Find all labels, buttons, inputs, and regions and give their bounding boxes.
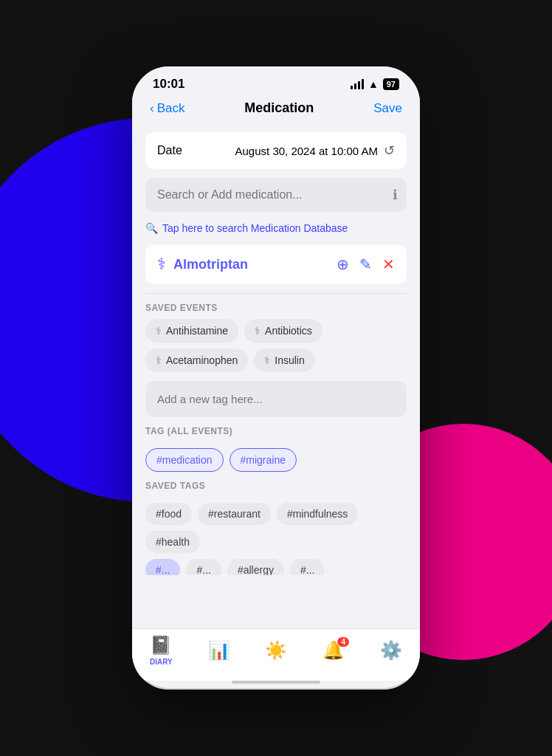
medication-left: ⚕ Almotriptan [157,255,248,274]
tab-settings[interactable]: ⚙️ [380,640,402,661]
wifi-icon: ▲ [368,78,379,90]
saved-tag-extra2[interactable]: #... [186,559,221,575]
saved-tag-health[interactable]: #health [145,531,200,553]
tags-section-title: TAG (ALL EVENTS) [145,426,407,436]
save-button[interactable]: Save [373,101,402,116]
chip-insulin[interactable]: ⚕ Insulin [254,348,314,372]
status-bar: 10:01 ▲ 97 [132,66,420,96]
gear-icon: ⚙️ [380,640,402,661]
active-tag-migraine[interactable]: #migraine [230,448,297,472]
saved-events-section: SAVED EVENTS ⚕ Antihistamine ⚕ Antibioti… [145,303,407,372]
tab-diary[interactable]: 📓 DIARY [150,635,173,666]
medication-icon: ⚕ [157,255,166,274]
tab-bar: 📓 DIARY 📊 ☀️ 🔔 4 ⚙️ [132,628,420,681]
search-row: ℹ [145,178,407,212]
saved-events-title: SAVED EVENTS [145,303,407,313]
battery-indicator: 97 [383,78,399,90]
saved-tag-extra3[interactable]: #allergy [227,559,284,575]
date-label: Date [157,144,182,157]
date-row: Date August 30, 2024 at 10:00 AM ↺ [145,132,407,169]
tab-diary-label: DIARY [150,658,173,666]
diary-icon: 📓 [150,635,172,656]
stats-icon: 📊 [208,640,230,661]
tab-stats[interactable]: 📊 [208,640,230,661]
signal-icon [351,79,364,89]
add-dose-button[interactable]: ⊕ [337,255,349,273]
delete-medication-button[interactable]: ✕ [382,255,395,273]
nav-bar: ‹ Back Medication Save [132,96,420,123]
medication-actions: ⊕ ✎ ✕ [337,255,395,273]
status-icons: ▲ 97 [351,78,399,90]
saved-tag-extra4[interactable]: #... [290,559,325,575]
saved-tag-food[interactable]: #food [145,503,192,525]
refresh-icon[interactable]: ↺ [384,142,395,159]
info-icon: ℹ [393,187,398,203]
tab-wellness[interactable]: ☀️ [265,640,287,661]
chip-icon: ⚕ [156,325,162,337]
date-value-group: August 30, 2024 at 10:00 AM ↺ [235,142,395,159]
chip-icon: ⚕ [264,354,270,366]
chip-acetaminophen[interactable]: ⚕ Acetaminophen [145,348,248,372]
active-tag-medication[interactable]: #medication [145,448,224,472]
background: 10:01 ▲ 97 ‹ Back Medication S [0,0,552,756]
more-tags-row: #... #... #allergy #... [145,559,407,575]
phone-frame: 10:01 ▲ 97 ‹ Back Medication S [132,66,420,690]
chip-antihistamine[interactable]: ⚕ Antihistamine [145,319,238,343]
content-area: Date August 30, 2024 at 10:00 AM ↺ ℹ 🔍 T… [132,123,420,628]
sun-icon: ☀️ [265,640,287,661]
db-search-label: Tap here to search Medication Database [162,222,348,234]
chip-label: Antihistamine [166,325,228,337]
tags-section: TAG (ALL EVENTS) #medication #migraine S… [145,426,407,575]
home-indicator [232,681,320,684]
saved-tags-title: SAVED TAGS [145,481,407,491]
active-tags-row: #medication #migraine [145,448,407,472]
tag-input[interactable] [145,381,407,417]
saved-tag-mindfulness[interactable]: #mindfulness [277,503,359,525]
chip-label: Insulin [275,354,304,366]
saved-tags-row: #food #restaurant #mindfulness #health [145,503,407,553]
search-icon: 🔍 [145,222,158,234]
date-value-text: August 30, 2024 at 10:00 AM [235,145,378,157]
medication-item: ⚕ Almotriptan ⊕ ✎ ✕ [145,244,407,284]
saved-events-chips: ⚕ Antihistamine ⚕ Antibiotics ⚕ Acetamin… [145,319,407,372]
chevron-left-icon: ‹ [150,101,154,116]
chip-label: Acetaminophen [166,354,238,366]
back-button[interactable]: ‹ Back [150,101,184,116]
chip-icon: ⚕ [156,354,162,366]
edit-medication-button[interactable]: ✎ [359,255,372,273]
status-time: 10:01 [153,77,184,92]
chip-antibiotics[interactable]: ⚕ Antibiotics [244,319,322,343]
db-search-link[interactable]: 🔍 Tap here to search Medication Database [145,221,407,236]
page-title: Medication [244,100,314,116]
saved-tag-restaurant[interactable]: #restaurant [198,503,271,525]
notification-badge: 4 [337,637,349,647]
divider [145,293,407,294]
search-input[interactable] [145,178,407,212]
tab-notifications[interactable]: 🔔 4 [322,640,345,661]
chip-label: Antibiotics [265,325,312,337]
medication-name: Almotriptan [173,257,248,272]
saved-tag-extra1[interactable]: #... [145,559,180,575]
chip-icon: ⚕ [255,325,261,337]
